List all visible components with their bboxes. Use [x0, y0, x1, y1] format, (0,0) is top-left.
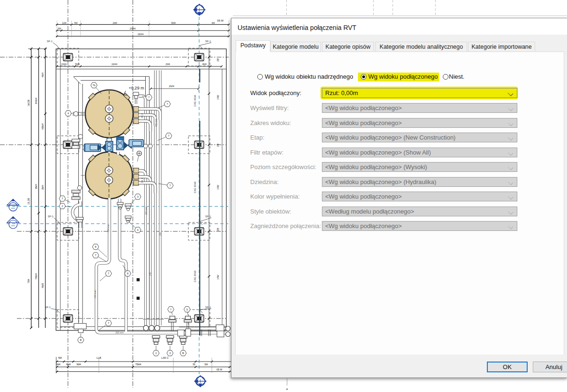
- svg-text:J6L E: J6L E: [141, 113, 143, 118]
- svg-text:6: 6: [137, 229, 138, 231]
- svg-text:SF-1: SF-1: [47, 40, 52, 43]
- svg-text:SF-1: SF-1: [205, 215, 211, 218]
- svg-text:CAE 60x6: CAE 60x6: [194, 182, 196, 193]
- svg-text:7: 7: [108, 272, 109, 275]
- svg-text:48M4: 48M4: [41, 123, 44, 130]
- svg-text:8M4: 8M4: [35, 184, 37, 189]
- svg-text:J1M4: J1M4: [61, 63, 67, 66]
- svg-text:78M4: 78M4: [35, 273, 37, 280]
- svg-text:2B: 2B: [216, 228, 219, 231]
- svg-text:SF-1: SF-1: [205, 306, 211, 309]
- svg-text:7: 7: [169, 184, 171, 187]
- svg-text:J00 mm: J00 mm: [115, 331, 124, 334]
- svg-text:2: 2: [155, 352, 157, 355]
- svg-text:14M: 14M: [216, 274, 219, 280]
- svg-text:14M: 14M: [216, 185, 219, 190]
- svg-text:55: 55: [193, 363, 195, 366]
- svg-text:9M4: 9M4: [76, 363, 81, 366]
- svg-text:7b: 7b: [92, 84, 95, 87]
- svg-text:5M: 5M: [58, 356, 62, 359]
- svg-text:J50: J50: [149, 272, 151, 276]
- svg-text:3: 3: [137, 195, 138, 198]
- svg-text:J50: J50: [159, 232, 162, 236]
- svg-text:7: 7: [168, 134, 169, 137]
- svg-text:5M: 5M: [75, 22, 78, 24]
- svg-text:1M4: 1M4: [112, 22, 117, 24]
- svg-text:B: B: [182, 352, 184, 355]
- svg-text:J50 mm: J50 mm: [94, 290, 97, 298]
- svg-text:4M: 4M: [212, 22, 215, 24]
- svg-text:SF-1: SF-1: [205, 40, 211, 43]
- svg-text:4M4: 4M4: [202, 63, 207, 66]
- svg-text:05 M: 05 M: [217, 19, 223, 22]
- svg-text:J50 mm: J50 mm: [77, 141, 80, 149]
- svg-text:14M: 14M: [216, 95, 219, 100]
- svg-text:7: 7: [61, 197, 63, 200]
- svg-text:J80 mm: J80 mm: [145, 207, 148, 215]
- svg-text:7: 7: [170, 308, 172, 311]
- svg-text:5M4: 5M4: [171, 22, 176, 24]
- svg-text:6M4: 6M4: [66, 363, 71, 366]
- svg-text:7: 7: [108, 322, 109, 325]
- svg-text:8: 8: [127, 272, 128, 275]
- svg-text:4M4: 4M4: [41, 73, 44, 78]
- svg-text:8: 8: [95, 245, 96, 248]
- svg-text:2M4: 2M4: [169, 85, 174, 88]
- svg-text:5M4: 5M4: [56, 363, 60, 366]
- svg-text:05 M: 05 M: [216, 368, 223, 371]
- svg-text:3: 3: [169, 352, 171, 355]
- svg-text:7: 7: [95, 254, 96, 257]
- svg-text:15,2B: 15,2B: [27, 198, 30, 205]
- svg-text:11M: 11M: [62, 22, 66, 24]
- svg-text:7: 7: [148, 96, 149, 99]
- svg-text:CAE 60x6: CAE 60x6: [194, 95, 196, 107]
- svg-text:2M44: 2M44: [138, 33, 144, 36]
- svg-text:+0,29 m: +0,29 m: [129, 86, 144, 90]
- svg-text:J50 mm: J50 mm: [107, 224, 110, 232]
- svg-text:J80 mm: J80 mm: [155, 118, 157, 127]
- svg-text:1M2B: 1M2B: [27, 99, 30, 106]
- svg-text:2: 2: [61, 205, 63, 207]
- svg-text:LS5 C: LS5 C: [161, 356, 168, 359]
- svg-text:B: B: [80, 339, 82, 341]
- svg-text:75M4: 75M4: [135, 363, 142, 366]
- svg-text:5M: 5M: [205, 363, 208, 366]
- svg-text:J6L E: J6L E: [141, 178, 143, 183]
- svg-text:7B4: 7B4: [27, 279, 30, 283]
- svg-text:7: 7: [166, 103, 168, 105]
- svg-text:2B: 2B: [216, 58, 219, 61]
- svg-text:2B: 2B: [216, 143, 219, 147]
- svg-text:CAE 60x6: CAE 60x6: [194, 271, 196, 282]
- svg-text:1M44: 1M44: [112, 63, 118, 66]
- svg-text:4: 4: [67, 112, 69, 115]
- svg-text:5M4: 5M4: [75, 63, 80, 66]
- svg-text:SF-1: SF-1: [45, 306, 51, 309]
- svg-text:SF-1: SF-1: [48, 215, 53, 218]
- svg-text:4M8: 4M8: [41, 283, 44, 288]
- svg-text:2M4: 2M4: [165, 63, 170, 66]
- svg-text:84M4: 84M4: [35, 97, 37, 104]
- svg-text:5: 5: [187, 308, 188, 311]
- svg-text:9M: 9M: [58, 27, 61, 30]
- svg-text:3M4: 3M4: [41, 185, 44, 190]
